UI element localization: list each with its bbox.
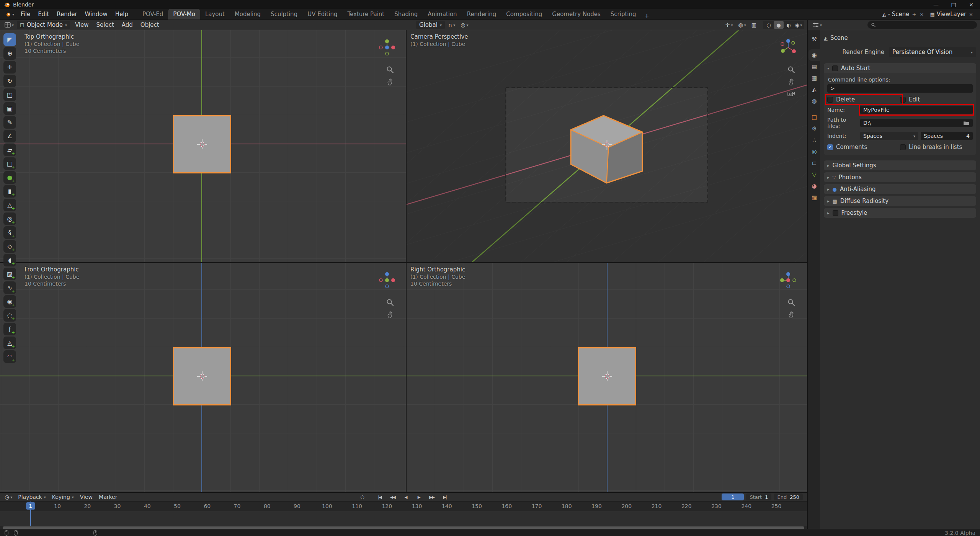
workspace-tab-texture-paint[interactable]: Texture Paint [342,9,389,20]
viewport-top-orthographic[interactable]: Top Orthographic (1) Collection | Cube 1… [0,30,406,262]
transport-auto-key[interactable]: ○ [356,494,368,500]
timeline-editor-type-button[interactable]: ◷ ▾ [3,493,14,501]
proportional-editing-toggle[interactable]: ◎▾ [459,21,470,29]
workspace-tab-scripting[interactable]: Scripting [606,9,641,20]
zoom-icon[interactable] [787,65,795,74]
tool-transform[interactable]: ▣ [3,102,16,115]
nav-gizmo[interactable] [378,271,396,289]
maximize-button[interactable]: □ [945,0,962,9]
frame-end-field[interactable]: End 250 [774,494,803,500]
viewport-menu-object[interactable]: Object [137,20,163,29]
viewport-menu-add[interactable]: Add [118,20,137,29]
snap-magnet-toggle[interactable]: ∩▾ [446,21,457,29]
workspace-tab-rendering[interactable]: Rendering [462,9,501,20]
properties-tab-constraints[interactable]: ⊏ [808,157,820,169]
frame-start-field[interactable]: Start 1 [746,494,771,500]
freestyle-checkbox[interactable] [833,210,838,216]
tool-rotate[interactable]: ↻ [3,75,16,87]
workspace-tab-uv-editing[interactable]: UV Editing [302,9,342,20]
tool-cursor[interactable]: ⊕ [3,47,16,60]
properties-tab-particles[interactable]: ∴ [808,134,820,146]
workspace-tab-layout[interactable]: Layout [200,9,230,20]
nav-gizmo[interactable] [779,271,797,289]
auto-start-panel-header[interactable]: ▾ Auto Start [824,63,976,73]
viewport-menu-select[interactable]: Select [93,20,118,29]
current-frame-field[interactable]: 1 [722,494,744,500]
workspace-tab-animation[interactable]: Animation [423,9,462,20]
timeline-menu-marker[interactable]: Marker [96,494,120,500]
pan-hand-icon[interactable] [787,78,795,86]
orientation-dropdown[interactable]: Global ▾ [416,21,445,29]
nav-gizmo[interactable] [779,39,797,56]
new-scene-button[interactable]: + [911,11,917,17]
workspace-tab-modeling[interactable]: Modeling [230,9,266,20]
properties-editor-type-button[interactable]: ▾ [811,21,824,29]
workspace-tab-compositing[interactable]: Compositing [501,9,547,20]
properties-tab-render[interactable]: ◉ [808,49,820,61]
tool-add-rainbow[interactable]: ◠ [3,350,16,363]
tool-add-superellipsoid[interactable]: ◖ [3,254,16,266]
browse-folder-button[interactable] [963,121,970,126]
panel-diffuse-radiosity[interactable]: ▸▩Diffuse Radiosity [824,196,976,206]
camera-toggle-icon[interactable] [787,90,795,98]
menu-help[interactable]: Help [111,10,132,19]
tool-add-sphere[interactable]: ● [3,171,16,184]
panel-anti-aliasing[interactable]: ▸●Anti-Aliasing [824,184,976,194]
shading-material-button[interactable]: ◐ [784,21,794,29]
timeline-ruler[interactable]: 1020304050607080901001101201301401501601… [0,502,807,511]
transport-jump-start[interactable]: |◀ [374,494,385,500]
tool-box-select[interactable]: ◤ [3,33,16,46]
pan-hand-icon[interactable] [386,78,394,86]
properties-tab-modifiers[interactable]: ⚙ [808,123,820,134]
tool-add-polygon-circle[interactable]: ◬ [3,337,16,349]
viewport-front-orthographic[interactable]: Front Orthographic (1) Collection | Cube… [0,263,406,492]
tool-add-cone[interactable]: △ [3,199,16,211]
timeline-menu-view[interactable]: View [77,494,96,500]
tool-add-blob[interactable]: ◉ [3,295,16,308]
viewport-menu-view[interactable]: View [71,20,93,29]
properties-tab-texture[interactable]: ▩ [808,192,820,203]
properties-tab-output[interactable]: ▤ [808,61,820,72]
workspace-tab-pov-ed[interactable]: POV-Ed [137,9,168,20]
pan-hand-icon[interactable] [787,310,795,319]
tool-add-plane[interactable]: ▱ [3,144,16,156]
workspace-tab-geometry-nodes[interactable]: Geometry Nodes [547,9,606,20]
tool-add-heightfield[interactable]: ▨ [3,268,16,280]
name-input[interactable]: MyPovFile [860,106,973,114]
search-input[interactable] [878,22,973,28]
viewport-camera-perspective[interactable]: Camera Perspective (1) Collection | Cube [407,30,807,262]
tool-scale[interactable]: ◳ [3,88,16,101]
indent-dropdown[interactable]: Spaces ▾ [860,132,918,140]
delete-option[interactable]: Delete [827,96,900,103]
edit-option[interactable]: Edit [900,96,973,103]
transport-play[interactable]: ▶ [413,494,425,500]
unlink-scene-button[interactable]: × [919,11,924,17]
properties-tab-tool[interactable]: ⚒ [808,33,820,45]
menu-render[interactable]: Render [53,10,81,19]
properties-tab-scene[interactable]: ◭ [808,84,820,95]
viewlayer-selector[interactable]: ▦ ViewLayer × [930,11,974,18]
panel-global-settings[interactable]: ▸Global Settings [824,160,976,170]
delete-checkbox[interactable] [827,97,833,103]
transport-jump-end[interactable]: ▶| [439,494,451,500]
zoom-icon[interactable] [386,65,394,74]
tool-add-spring[interactable]: ∿ [3,281,16,294]
tool-add-lathe[interactable]: § [3,226,16,239]
line-breaks-option[interactable]: Line breaks in lists [900,144,962,150]
panel-freestyle[interactable]: ▸Freestyle [824,208,976,218]
scene-selector[interactable]: ◭ ▾ Scene + × [882,11,925,18]
zoom-icon[interactable] [386,298,394,307]
transport-play-reverse[interactable]: ◀ [400,494,412,500]
timeline-menu-keying[interactable]: Keying▾ [49,494,77,500]
workspace-tab-pov-mo[interactable]: POV-Mo [168,9,200,20]
panel-photons[interactable]: ▸∵Photons [824,172,976,182]
path-input[interactable]: D:\ [860,119,973,127]
render-engine-dropdown[interactable]: Persistence Of Vision ▾ [889,47,976,57]
properties-tab-data[interactable]: ▽ [808,169,820,180]
shading-rendered-button[interactable]: ◉▾ [794,21,804,29]
timeline-track[interactable] [0,511,807,526]
tool-add-cylinder[interactable]: ▮ [3,185,16,198]
tool-annotate[interactable]: ✎ [3,116,16,129]
spaces-number-field[interactable]: Spaces 4 [921,132,973,140]
tool-measure[interactable]: ∠ [3,130,16,142]
